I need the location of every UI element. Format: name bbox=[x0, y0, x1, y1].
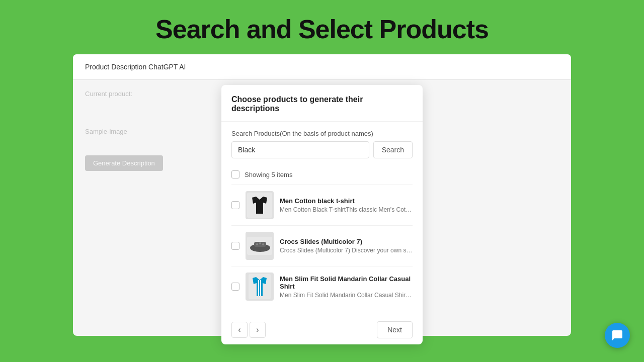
modal-title: Choose products to generate their descri… bbox=[231, 95, 413, 113]
svg-point-7 bbox=[262, 243, 264, 245]
search-button[interactable]: Search bbox=[373, 141, 413, 158]
svg-point-6 bbox=[259, 242, 261, 244]
select-all-checkbox[interactable] bbox=[231, 170, 239, 178]
product-search-modal: Choose products to generate their descri… bbox=[221, 85, 423, 344]
app-container: Product Description ChatGPT AI Current p… bbox=[73, 54, 571, 336]
page-title: Search and Select Products bbox=[0, 14, 644, 44]
modal-body: Search Products(On the basis of product … bbox=[221, 122, 423, 315]
search-input[interactable] bbox=[231, 141, 369, 158]
product-checkbox-1[interactable] bbox=[231, 201, 239, 209]
modal-header: Choose products to generate their descri… bbox=[221, 85, 423, 122]
product-desc-3: Men Slim Fit Solid Mandarin Collar Casua… bbox=[280, 292, 413, 299]
product-name-1: Men Cotton black t-shirt bbox=[280, 197, 413, 205]
product-item: Men Cotton black t-shirt Men Cotton Blac… bbox=[231, 185, 413, 226]
product-desc-1: Men Cotton Black T-shirtThis classic Men… bbox=[280, 206, 413, 213]
chevron-right-icon: › bbox=[256, 325, 259, 334]
search-label: Search Products(On the basis of product … bbox=[231, 130, 413, 137]
items-header: Showing 5 items bbox=[231, 166, 413, 185]
chat-bubble-button[interactable] bbox=[605, 323, 630, 348]
chat-icon bbox=[611, 329, 623, 341]
next-button[interactable]: Next bbox=[377, 321, 413, 338]
modal-overlay: Choose products to generate their descri… bbox=[73, 80, 571, 181]
prev-page-button[interactable]: ‹ bbox=[231, 322, 248, 338]
product-name-2: Crocs Slides (Multicolor 7) bbox=[280, 238, 413, 245]
product-image-2 bbox=[246, 232, 274, 260]
chevron-left-icon: ‹ bbox=[238, 325, 240, 334]
product-item: Crocs Slides (Multicolor 7) Crocs Slides… bbox=[231, 226, 413, 266]
search-row: Search bbox=[231, 141, 413, 158]
next-page-button[interactable]: › bbox=[250, 322, 266, 338]
product-info-3: Men Slim Fit Solid Mandarin Collar Casua… bbox=[280, 275, 413, 299]
product-desc-2: Crocs Slides (Multicolor 7) Discover you… bbox=[280, 247, 413, 254]
app-header: Product Description ChatGPT AI bbox=[73, 54, 571, 80]
app-header-title: Product Description ChatGPT AI bbox=[85, 63, 186, 71]
product-image-1 bbox=[246, 191, 274, 219]
product-item: Men Slim Fit Solid Mandarin Collar Casua… bbox=[231, 266, 413, 307]
svg-point-5 bbox=[256, 243, 258, 245]
product-image-3 bbox=[246, 273, 274, 301]
showing-label: Showing 5 items bbox=[245, 171, 292, 178]
product-checkbox-2[interactable] bbox=[231, 242, 239, 250]
pagination-buttons: ‹ › bbox=[231, 322, 266, 338]
page-title-area: Search and Select Products bbox=[0, 0, 644, 54]
product-checkbox-3[interactable] bbox=[231, 283, 239, 291]
product-name-3: Men Slim Fit Solid Mandarin Collar Casua… bbox=[280, 275, 413, 290]
modal-footer: ‹ › Next bbox=[221, 315, 423, 344]
product-info-1: Men Cotton black t-shirt Men Cotton Blac… bbox=[280, 197, 413, 213]
app-body: Current product: Sample-image Generate D… bbox=[73, 80, 571, 181]
product-info-2: Crocs Slides (Multicolor 7) Crocs Slides… bbox=[280, 238, 413, 254]
